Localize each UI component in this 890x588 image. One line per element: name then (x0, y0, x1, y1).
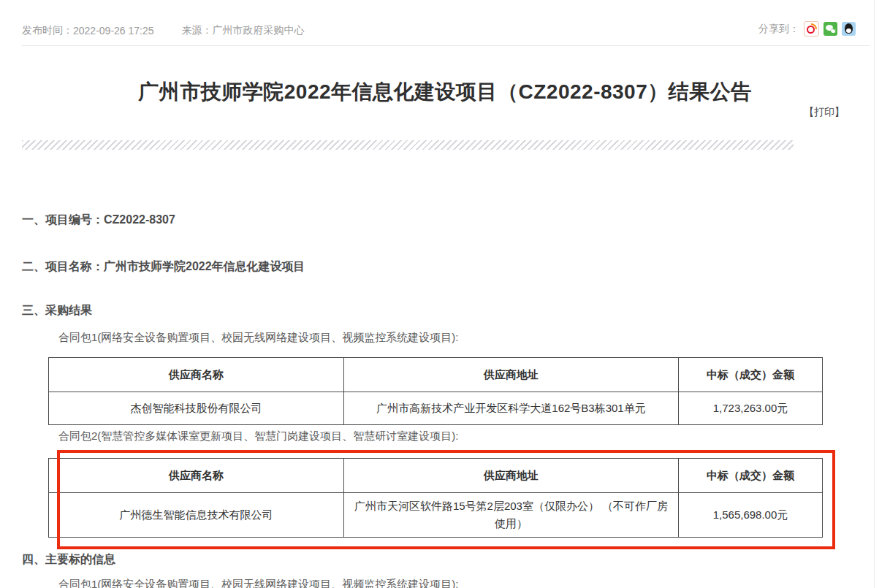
section-project-number: 一、项目编号：CZ2022-8307 (22, 213, 175, 228)
share-label: 分享到： (758, 23, 799, 36)
supplier-name-header: 供应商名称 (49, 358, 344, 392)
publish-time-value: 2022-09-26 17:25 (73, 25, 154, 37)
weibo-share-icon[interactable] (804, 21, 819, 37)
package2-result-table: 供应商名称 供应商地址 中标（成交）金额 广州德生智能信息技术有限公司 广州市天… (48, 458, 823, 538)
package1-data-row: 杰创智能科技股份有限公司 广州市高新技术产业开发区科学大道162号B3栋301单… (49, 392, 823, 425)
meta-divider-line (22, 45, 870, 46)
package2-label: 合同包2(智慧管控多媒体课室更新项目、智慧门岗建设项目、智慧研讨室建设项目): (58, 429, 459, 443)
announcement-page: 发布时间： 2022-09-26 17:25 来源： 广州市政府采购中心 分享到… (0, 0, 890, 588)
package1-result-table: 供应商名称 供应商地址 中标（成交）金额 杰创智能科技股份有限公司 广州市高新技… (48, 357, 823, 425)
meta-row: 发布时间： 2022-09-26 17:25 来源： 广州市政府采购中心 (22, 24, 305, 37)
supplier-address-header: 供应商地址 (344, 459, 679, 493)
package1-supplier-name: 杰创智能科技股份有限公司 (49, 392, 344, 425)
qq-share-icon[interactable] (842, 22, 856, 36)
source-value: 广州市政府采购中心 (213, 24, 305, 37)
supplier-address-header: 供应商地址 (344, 358, 679, 392)
package2-supplier-address: 广州市天河区软件路15号第2层203室（仅限办公） （不可作厂房使用） (344, 493, 679, 538)
package2-data-row: 广州德生智能信息技术有限公司 广州市天河区软件路15号第2层203室（仅限办公）… (49, 493, 823, 538)
package1-award-amount: 1,723,263.00元 (679, 392, 823, 425)
supplier-name-header: 供应商名称 (49, 459, 344, 493)
package1-label: 合同包1(网络安全设备购置项目、校园无线网络建设项目、视频监控系统建设项目): (58, 331, 459, 345)
package1-supplier-address: 广州市高新技术产业开发区科学大道162号B3栋301单元 (344, 392, 679, 425)
hatched-divider (22, 140, 794, 150)
section-project-name: 二、项目名称：广州市技师学院2022年信息化建设项目 (22, 259, 305, 275)
wechat-share-icon[interactable] (824, 22, 837, 36)
award-amount-header: 中标（成交）金额 (679, 358, 823, 392)
section-procurement-result: 三、采购结果 (22, 303, 92, 318)
award-amount-header: 中标（成交）金额 (679, 459, 823, 493)
package2-supplier-name: 广州德生智能信息技术有限公司 (49, 493, 344, 538)
section-main-subject-info: 四、主要标的信息 (22, 552, 115, 568)
package1-header-row: 供应商名称 供应商地址 中标（成交）金额 (49, 358, 823, 392)
package2-award-amount: 1,565,698.00元 (679, 493, 823, 538)
page-title: 广州市技师学院2022年信息化建设项目（CZ2022-8307）结果公告 (0, 78, 890, 106)
source-label: 来源： (182, 24, 213, 37)
package2-header-row: 供应商名称 供应商地址 中标（成交）金额 (49, 459, 823, 493)
clipped-bottom-text: 合同包1(网络安全设备购置项目、校园无线网络建设项目、视频监控系统建设项目): (58, 578, 459, 588)
share-box: 分享到： (758, 21, 856, 37)
print-button[interactable]: 【打印】 (804, 106, 845, 119)
publish-time-label: 发布时间： (22, 24, 73, 37)
